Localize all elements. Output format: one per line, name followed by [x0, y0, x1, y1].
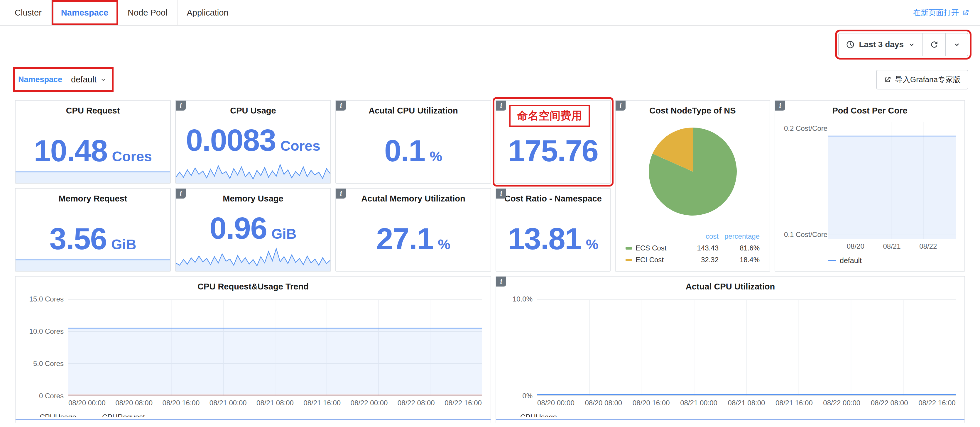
- namespace-select[interactable]: default: [69, 73, 108, 87]
- dashboard-main: Last 3 days Namespace default 导入Grafana专…: [0, 33, 980, 422]
- y-tick: 0 Cores: [39, 392, 64, 400]
- y-tick: 15.0 Cores: [29, 295, 64, 303]
- panel-title: Cost NodeType of NS: [616, 101, 770, 116]
- annotation-namespace-cost: 命名空间费用: [509, 105, 590, 127]
- refresh-button[interactable]: [923, 33, 945, 56]
- legend-header-percentage[interactable]: percentage: [719, 232, 760, 240]
- x-tick: 08/22 00:00: [823, 399, 860, 407]
- x-tick: 08/20 16:00: [162, 399, 200, 407]
- panel-cpu-request: CPU Request 10.48 Cores: [15, 100, 171, 184]
- info-icon[interactable]: i: [176, 189, 186, 198]
- namespace-filter-group: Namespace default: [18, 73, 108, 87]
- stat-value: 13.81 %: [508, 224, 598, 254]
- legend-header-cost[interactable]: cost: [671, 232, 719, 240]
- legend-row-eci[interactable]: ECI Cost 32.32 18.4%: [625, 254, 760, 266]
- legend-cost-value: 143.43: [671, 244, 719, 252]
- x-tick: 08/20 16:00: [633, 399, 670, 407]
- pod-cost-plot[interactable]: [828, 122, 956, 239]
- legend-label: default: [840, 256, 862, 265]
- stat-number: 27.1: [376, 224, 433, 254]
- cpu-trend-plot[interactable]: [68, 299, 482, 396]
- clock-icon: [846, 40, 855, 49]
- panel-memory-request: Memory Request 3.56 GiB: [15, 188, 171, 271]
- y-tick: 10.0%: [512, 295, 533, 303]
- info-icon[interactable]: i: [496, 276, 506, 287]
- y-tick: 5.0 Cores: [33, 360, 64, 368]
- tab-namespace-label: Namespace: [61, 8, 108, 17]
- x-tick: 08/22 16:00: [918, 399, 956, 407]
- stat-value: 0.0083 Cores: [186, 125, 320, 156]
- actual-cpu-plot[interactable]: [537, 299, 956, 396]
- stat-unit: %: [438, 237, 450, 252]
- y-tick: 0.2 Cost/Core: [784, 124, 827, 133]
- chevron-down-icon: [100, 76, 107, 83]
- info-icon[interactable]: i: [775, 101, 785, 111]
- panel-title: Acutal CPU Utilization: [336, 101, 491, 116]
- stat-value: 10.48 Cores: [34, 135, 152, 166]
- export-icon: [884, 76, 891, 84]
- x-tick: 08/20 08:00: [115, 399, 153, 407]
- panel-title: Actual CPU Utilization: [505, 276, 956, 292]
- external-link-icon: [962, 9, 969, 17]
- info-icon[interactable]: i: [336, 101, 346, 111]
- stat-value: 175.76: [508, 135, 598, 166]
- stat-unit: Cores: [280, 138, 320, 154]
- x-tick: 08/21 08:00: [728, 399, 765, 407]
- legend-row-ecs[interactable]: ECS Cost 143.43 81.6%: [625, 242, 760, 254]
- info-icon[interactable]: i: [176, 101, 186, 111]
- tab-application-label: Application: [187, 8, 229, 17]
- refresh-interval-dropdown[interactable]: [945, 33, 968, 56]
- info-icon[interactable]: i: [496, 189, 506, 198]
- open-in-new-page-label: 在新页面打开: [913, 8, 959, 18]
- eci-color-swatch: [625, 259, 632, 261]
- open-in-new-page-link[interactable]: 在新页面打开: [913, 8, 969, 18]
- y-tick: 0.1 Cost/Core: [784, 230, 827, 239]
- import-grafana-button[interactable]: 导入Grafana专家版: [876, 70, 968, 89]
- stat-number: 0.1: [384, 135, 425, 166]
- stat-unit: GiB: [111, 237, 136, 252]
- stat-unit: GiB: [271, 226, 296, 242]
- next-row-panel-peek-left: [15, 417, 491, 422]
- stat-number: 3.56: [49, 224, 107, 254]
- legend-series-name: ECS Cost: [636, 244, 667, 252]
- legend-cost-value: 32.32: [671, 256, 719, 264]
- tab-cluster[interactable]: Cluster: [5, 0, 52, 25]
- y-axis-labels: 10.0% 0%: [505, 299, 537, 396]
- x-tick: 08/21 08:00: [256, 399, 294, 407]
- sparkline: [176, 245, 330, 271]
- y-axis-labels: 0.2 Cost/Core 0.1 Cost/Core: [784, 122, 828, 239]
- x-tick: 08/21 16:00: [775, 399, 813, 407]
- chevron-down-icon: [953, 41, 961, 48]
- import-grafana-label: 导入Grafana专家版: [895, 75, 961, 85]
- time-range-button[interactable]: Last 3 days: [839, 33, 923, 56]
- sparkline: [16, 170, 170, 183]
- namespace-selected-value: default: [71, 75, 97, 84]
- panel-cost-nodetype-of-ns: i Cost NodeType of NS cost percentage EC…: [615, 100, 770, 271]
- info-icon[interactable]: i: [496, 101, 506, 111]
- info-icon[interactable]: i: [336, 189, 346, 198]
- tab-application[interactable]: Application: [178, 0, 239, 25]
- series-color-mark: [828, 260, 836, 261]
- panel-title: Memory Request: [16, 189, 170, 203]
- pie-chart[interactable]: [644, 123, 741, 220]
- x-tick: 08/20 00:00: [537, 399, 574, 407]
- panel-memory-usage: i Memory Usage 0.96 GiB: [175, 188, 331, 271]
- stat-value: 0.96 GiB: [210, 213, 297, 243]
- info-icon[interactable]: i: [616, 101, 625, 111]
- stat-number: 10.48: [34, 135, 107, 166]
- stat-number: 175.76: [508, 135, 598, 166]
- x-axis-labels: 08/20 00:00 08/20 08:00 08/20 16:00 08/2…: [537, 399, 956, 407]
- y-axis-labels: 15.0 Cores 10.0 Cores 5.0 Cores 0 Cores: [24, 299, 68, 396]
- stat-unit: %: [430, 148, 442, 165]
- tab-namespace[interactable]: Namespace: [52, 0, 118, 25]
- next-row-panel-peek-right: [496, 417, 965, 422]
- panel-acutal-cpu-utilization: i Acutal CPU Utilization 0.1 %: [336, 100, 491, 184]
- ecs-color-swatch: [625, 247, 632, 249]
- sparkline: [16, 258, 170, 271]
- time-picker-group: Last 3 days: [838, 33, 968, 56]
- y-tick: 0%: [522, 392, 533, 400]
- tab-node-pool[interactable]: Node Pool: [118, 0, 177, 25]
- legend-item-default[interactable]: default: [828, 256, 862, 265]
- stat-unit: %: [586, 237, 598, 252]
- panel-cost-ratio-namespace: i Cost Ratio - Namespace 13.81 %: [496, 188, 611, 271]
